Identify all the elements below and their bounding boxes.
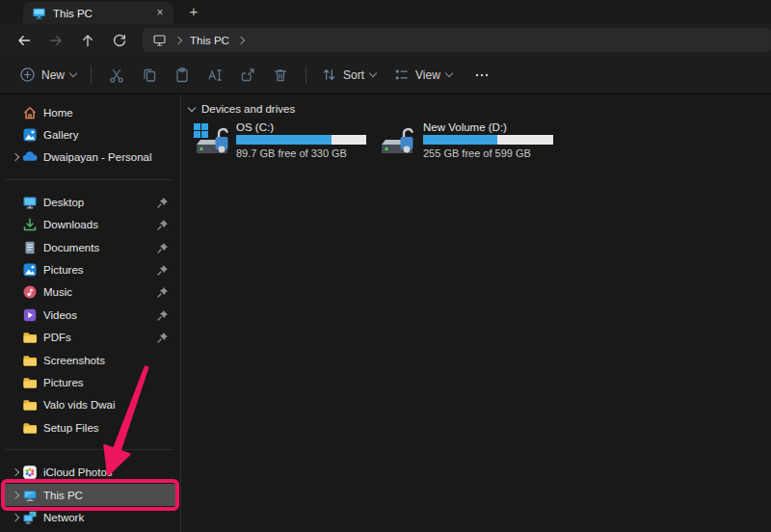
sidebar-item-label: Pictures bbox=[43, 377, 84, 388]
sidebar-divider bbox=[0, 439, 180, 461]
sidebar-item-pictures-folder[interactable]: Pictures bbox=[3, 371, 177, 393]
chevron-down-icon bbox=[69, 69, 77, 77]
sidebar-item-this-pc[interactable]: This PC bbox=[3, 484, 177, 506]
new-plus-icon bbox=[19, 66, 36, 83]
cut-icon bbox=[108, 66, 125, 84]
capacity-bar-fill bbox=[423, 135, 497, 145]
chevron-right-icon[interactable] bbox=[8, 461, 22, 483]
chevron-right-icon[interactable] bbox=[8, 146, 22, 169]
sidebar-item-pictures[interactable]: Pictures bbox=[3, 258, 177, 280]
pin-icon bbox=[157, 242, 169, 253]
sidebar-item-home[interactable]: Home bbox=[3, 101, 177, 123]
rename-icon bbox=[206, 66, 224, 84]
sidebar-item-screenshots[interactable]: Screenshots bbox=[3, 349, 177, 371]
navigation-pane: Home Gallery Dwaipayan - Personal Deskto… bbox=[0, 94, 181, 532]
sidebar-item-videos[interactable]: Videos bbox=[3, 304, 177, 326]
folder-icon bbox=[22, 330, 38, 345]
copy-button[interactable] bbox=[133, 62, 166, 88]
share-icon bbox=[239, 66, 256, 84]
drive-c-bitlocker-icon bbox=[193, 120, 233, 159]
sidebar-item-documents[interactable]: Documents bbox=[3, 236, 177, 258]
paste-button[interactable] bbox=[166, 62, 199, 88]
sidebar-item-setup-files[interactable]: Setup Files bbox=[3, 416, 177, 439]
cut-button[interactable] bbox=[100, 62, 133, 88]
gallery-icon bbox=[22, 127, 38, 143]
folder-icon bbox=[22, 420, 38, 436]
tab-title: This PC bbox=[53, 8, 146, 19]
sidebar-item-label: Desktop bbox=[43, 197, 84, 208]
delete-button[interactable] bbox=[264, 62, 297, 88]
this-pc-icon bbox=[22, 488, 38, 503]
sidebar-item-icloud-photos[interactable]: iCloud Photos bbox=[3, 461, 177, 483]
more-icon bbox=[473, 66, 491, 84]
share-button[interactable] bbox=[231, 62, 264, 88]
toolbar-separator bbox=[306, 66, 306, 85]
sidebar-item-label: Music bbox=[43, 286, 72, 298]
pin-icon bbox=[157, 332, 169, 343]
sidebar-item-label: iCloud Photos bbox=[43, 466, 113, 478]
view-button[interactable]: View bbox=[387, 63, 458, 87]
drive-item-os-c[interactable]: OS (C:) 89.7 GB free of 330 GB bbox=[191, 119, 366, 161]
sidebar-item-label: Valo vids Dwai bbox=[43, 399, 116, 411]
drive-d-bitlocker-icon bbox=[380, 120, 420, 159]
breadcrumb-chevron-icon[interactable] bbox=[237, 36, 245, 43]
pictures-icon bbox=[22, 262, 38, 278]
chevron-right-icon[interactable] bbox=[8, 484, 22, 506]
up-button[interactable] bbox=[71, 27, 103, 53]
new-button[interactable]: New bbox=[13, 63, 82, 87]
sort-button[interactable]: Sort bbox=[315, 63, 382, 87]
folder-icon bbox=[22, 397, 38, 412]
address-bar[interactable]: This PC bbox=[143, 28, 771, 52]
documents-icon bbox=[22, 240, 38, 255]
desktop-icon bbox=[22, 195, 38, 210]
see-more-button[interactable] bbox=[465, 62, 498, 88]
icloud-icon bbox=[22, 465, 38, 480]
sidebar-item-label: Network bbox=[43, 512, 84, 523]
navigation-bar: This PC bbox=[0, 24, 771, 56]
chevron-right-icon[interactable] bbox=[8, 506, 22, 528]
breadcrumb-location[interactable]: This PC bbox=[190, 35, 229, 46]
sidebar-item-label: Setup Files bbox=[43, 422, 99, 434]
sidebar-item-pdfs[interactable]: PDFs bbox=[3, 327, 177, 349]
sidebar-item-label: Videos bbox=[43, 309, 77, 321]
refresh-button[interactable] bbox=[103, 27, 135, 53]
rename-button[interactable] bbox=[199, 62, 231, 88]
sidebar-item-onedrive-personal[interactable]: Dwaipayan - Personal bbox=[3, 146, 177, 169]
chevron-down-icon bbox=[445, 69, 453, 77]
sidebar-item-gallery[interactable]: Gallery bbox=[3, 123, 177, 146]
back-button[interactable] bbox=[8, 27, 40, 53]
group-header-label: Devices and drives bbox=[201, 103, 295, 115]
sidebar-item-label: Downloads bbox=[43, 219, 98, 230]
folder-icon bbox=[22, 375, 38, 390]
sort-icon bbox=[321, 66, 337, 83]
copy-icon bbox=[141, 66, 158, 84]
sidebar-item-label: Screenshots bbox=[43, 355, 105, 366]
chevron-down-icon[interactable] bbox=[188, 103, 196, 111]
chevron-down-icon bbox=[369, 69, 377, 77]
sidebar-item-label: Home bbox=[43, 107, 73, 119]
devices-and-drives-group-header[interactable]: Devices and drives bbox=[189, 103, 771, 115]
sidebar-item-label: This PC bbox=[43, 490, 83, 501]
up-icon bbox=[80, 33, 95, 48]
sidebar-item-music[interactable]: Music bbox=[3, 281, 177, 304]
sidebar-item-valo-vids-dwai[interactable]: Valo vids Dwai bbox=[3, 394, 177, 416]
downloads-icon bbox=[22, 217, 38, 232]
folder-icon bbox=[22, 353, 38, 368]
new-tab-button[interactable]: + bbox=[183, 2, 204, 23]
monitor-icon bbox=[32, 7, 46, 20]
this-pc-breadcrumb-icon bbox=[152, 33, 167, 47]
breadcrumb-chevron-icon bbox=[174, 36, 182, 43]
sidebar-item-downloads[interactable]: Downloads bbox=[3, 214, 177, 236]
tab-this-pc[interactable]: This PC × bbox=[23, 2, 173, 24]
delete-icon bbox=[272, 66, 289, 84]
drive-item-new-volume-d[interactable]: New Volume (D:) 255 GB free of 599 GB bbox=[378, 119, 553, 161]
forward-button[interactable] bbox=[40, 27, 71, 53]
sidebar-item-label: Gallery bbox=[43, 129, 78, 141]
command-bar: New Sort View bbox=[0, 56, 771, 94]
sidebar-item-network[interactable]: Network bbox=[3, 506, 177, 528]
sidebar-item-desktop[interactable]: Desktop bbox=[3, 191, 177, 213]
pin-icon bbox=[157, 219, 169, 230]
videos-icon bbox=[22, 307, 38, 323]
view-icon bbox=[393, 66, 410, 83]
tab-close-icon[interactable]: × bbox=[152, 6, 168, 21]
